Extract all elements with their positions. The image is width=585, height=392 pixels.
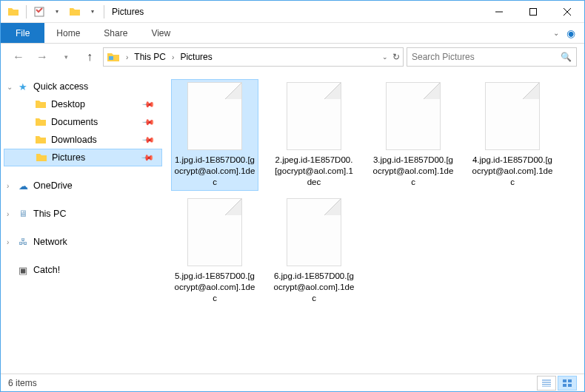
tab-home[interactable]: Home [44,23,92,43]
tree-label: Quick access [33,81,88,92]
file-item[interactable]: 3.jpg.id-1E857D00.[gocrypt@aol.com].1dec [370,79,457,191]
svg-rect-6 [568,384,572,387]
close-button[interactable] [550,1,584,23]
recent-dropdown[interactable]: ▾ [56,47,76,67]
folder-icon [5,4,21,20]
crumb-thispc[interactable]: This PC [133,52,167,62]
refresh-icon[interactable]: ↻ [392,52,400,62]
icons-view-button[interactable] [558,376,577,391]
expand-ribbon-icon[interactable]: ⌄ [553,29,559,37]
properties-icon[interactable] [31,4,47,20]
tree-label: Network [33,237,67,247]
onedrive-icon: ☁ [17,180,29,192]
file-tab[interactable]: File [1,23,44,43]
folder-icon [35,116,47,128]
file-thumbnail-icon [187,82,242,150]
svg-rect-5 [563,384,566,387]
file-name: 6.jpg.id-1E857D00.[gocrypt@aol.com].1dec [273,271,355,304]
minimize-button[interactable] [482,1,516,23]
chevron-right-icon[interactable]: › [169,53,177,61]
expand-icon[interactable]: › [7,182,9,190]
tree-quick-access[interactable]: ⌄ ★ Quick access [4,78,162,95]
breadcrumb[interactable]: › This PC › Pictures ⌄ ↻ [103,47,404,67]
svg-rect-1 [530,8,537,15]
content-pane[interactable]: 1.jpg.id-1E857D00.[gocrypt@aol.com].1dec… [165,70,584,374]
folder-icon [36,152,47,163]
ribbon-right: ⌄ ◉ [553,23,584,43]
file-thumbnail-icon [386,82,441,150]
dropdown-icon[interactable]: ▾ [49,4,65,20]
svg-rect-2 [109,56,113,60]
catch-icon: ▣ [17,264,29,276]
folder-small-icon[interactable] [67,4,83,20]
item-count: 6 items [8,378,37,388]
file-item[interactable]: 4.jpg.id-1E857D00.[gocrypt@aol.com].1dec [469,79,556,191]
monitor-icon: 🖥 [17,208,29,220]
file-name: 5.jpg.id-1E857D00.[gocrypt@aol.com].1dec [174,271,255,304]
file-item[interactable]: 1.jpg.id-1E857D00.[gocrypt@aol.com].1dec [171,79,258,191]
files-grid: 1.jpg.id-1E857D00.[gocrypt@aol.com].1dec… [171,79,578,307]
expand-icon[interactable]: ⌄ [7,83,13,91]
expand-icon[interactable]: › [7,210,9,218]
file-thumbnail-icon [287,82,341,150]
sidebar: ⌄ ★ Quick access Desktop📌Documents📌Downl… [1,70,165,374]
forward-button[interactable]: → [32,47,53,67]
tab-share[interactable]: Share [92,23,139,43]
file-name: 2.jpeg.id-1E857D00.[gocrypt@aol.com].1de… [273,155,355,188]
pin-icon: 📌 [141,97,155,111]
expand-icon[interactable]: › [7,238,9,246]
chevron-right-icon[interactable]: › [123,53,131,61]
folder-icon [35,134,47,146]
sidebar-item-pictures[interactable]: Pictures📌 [4,149,162,166]
search-input[interactable]: Search Pictures 🔍 [407,47,577,67]
separator [104,5,104,18]
search-placeholder: Search Pictures [412,52,475,62]
back-button[interactable]: ← [8,47,29,67]
pin-icon: 📌 [140,150,154,164]
separator [26,5,27,18]
tree-network[interactable]: › 🖧 Network [4,233,162,251]
file-item[interactable]: 2.jpeg.id-1E857D00.[gocrypt@aol.com].1de… [270,79,358,191]
window-controls [482,1,584,23]
quick-access-toolbar: ▾ ▾ [5,4,101,20]
ribbon: File Home Share View ⌄ ◉ [1,23,584,44]
sidebar-item-desktop[interactable]: Desktop📌 [4,95,162,113]
star-icon: ★ [17,81,29,92]
sidebar-item-documents[interactable]: Documents📌 [4,113,162,131]
sidebar-item-downloads[interactable]: Downloads📌 [4,131,162,149]
tree-onedrive[interactable]: › ☁ OneDrive [4,177,162,195]
pictures-icon [107,50,120,64]
body: ⌄ ★ Quick access Desktop📌Documents📌Downl… [1,70,584,374]
pin-icon: 📌 [141,115,155,129]
pin-icon: 📌 [141,132,155,146]
file-thumbnail-icon [485,82,540,150]
view-toggles [537,376,577,391]
help-icon[interactable]: ◉ [566,27,575,39]
file-thumbnail-icon [287,198,341,266]
maximize-button[interactable] [516,1,550,23]
tree-label: OneDrive [33,180,73,191]
tree-label: Downloads [51,135,97,145]
tree-label: This PC [33,209,66,219]
search-icon: 🔍 [561,52,572,62]
tree-thispc[interactable]: › 🖥 This PC [4,205,162,223]
file-item[interactable]: 6.jpg.id-1E857D00.[gocrypt@aol.com].1dec [270,195,358,307]
tree-label: Pictures [52,152,85,163]
tab-view[interactable]: View [139,23,182,43]
file-thumbnail-icon [187,198,242,266]
svg-rect-4 [568,379,572,382]
qat-dropdown-icon[interactable]: ▾ [84,4,101,20]
up-button[interactable]: ↑ [79,47,100,67]
tree-label: Desktop [51,99,85,109]
titlebar: ▾ ▾ Pictures [1,1,584,23]
address-dropdown-icon[interactable]: ⌄ [382,53,388,61]
tree-label: Catch! [33,265,60,275]
window-title: Pictures [112,7,144,17]
tree-catch[interactable]: ▣ Catch! [4,261,162,279]
file-item[interactable]: 5.jpg.id-1E857D00.[gocrypt@aol.com].1dec [171,195,258,307]
crumb-pictures[interactable]: Pictures [178,52,213,62]
details-view-button[interactable] [537,376,556,391]
network-icon: 🖧 [17,236,29,248]
statusbar: 6 items [1,374,584,391]
tree-label: Documents [51,117,98,127]
